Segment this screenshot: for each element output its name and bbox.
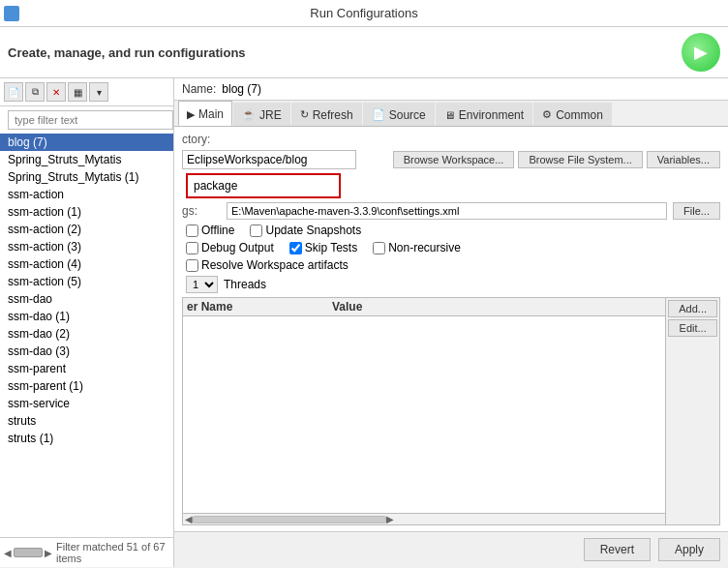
sidebar-item[interactable]: ssm-dao (3) [0, 343, 173, 360]
table-actions: Add... Edit... [665, 298, 719, 524]
source-tab-icon: 📄 [372, 108, 385, 121]
goals-value: package [194, 179, 237, 193]
sidebar-list: blog (7)Spring_Struts_MytatisSpring_Stru… [0, 134, 173, 537]
tab-jre[interactable]: ☕JRE [233, 103, 290, 126]
sidebar-item[interactable]: ssm-dao (1) [0, 308, 173, 325]
goals-input[interactable]: package [186, 173, 341, 198]
debug-output-checkbox-label[interactable]: Debug Output [186, 241, 274, 254]
directory-label: ctory: [182, 133, 210, 146]
update-snapshots-label: Update Snapshots [265, 224, 361, 237]
new-config-button[interactable]: 📄 [4, 82, 23, 102]
non-recursive-checkbox-label[interactable]: Non-recursive [373, 241, 461, 254]
directory-buttons: Browse Workspace... Browse File System..… [393, 151, 720, 168]
title-bar: Run Configurations [0, 0, 728, 27]
browse-filesystem-button[interactable]: Browse File System... [518, 151, 642, 168]
main-tab-label: Main [198, 107, 224, 121]
tabs-bar: ▶Main☕JRE↻Refresh📄Source🖥Environment⚙Com… [174, 101, 728, 127]
update-snapshots-checkbox[interactable] [250, 224, 262, 237]
tab-refresh[interactable]: ↻Refresh [291, 103, 362, 126]
goals-container: package [186, 173, 720, 198]
window-title: Run Configurations [310, 6, 417, 20]
sidebar-item[interactable]: ssm-action [0, 186, 173, 203]
scroll-thumb[interactable] [14, 548, 43, 557]
edit-button[interactable]: Edit... [668, 319, 717, 337]
settings-row: gs: File... [182, 202, 720, 220]
directory-value-row: EclipseWorkspace/blog Browse Workspace..… [182, 150, 720, 169]
header-bar: Create, manage, and run configurations ▶ [0, 27, 728, 78]
settings-path-input[interactable] [227, 202, 667, 220]
sidebar-item[interactable]: struts (1) [0, 430, 173, 447]
common-tab-label: Common [556, 108, 603, 122]
name-value: blog (7) [222, 82, 261, 96]
checkboxes-row3: Resolve Workspace artifacts [186, 258, 720, 272]
sidebar-item[interactable]: ssm-action (4) [0, 255, 173, 273]
variables-button[interactable]: Variables... [647, 151, 720, 168]
sidebar-item[interactable]: ssm-service [0, 395, 173, 412]
hscroll-thumb[interactable] [193, 516, 386, 523]
sidebar: 📄 ⧉ ✕ ▦ ▾ blog (7)Spring_Struts_MytatisS… [0, 78, 174, 567]
refresh-tab-label: Refresh [313, 108, 353, 122]
more-button[interactable]: ▾ [89, 82, 108, 102]
non-recursive-checkbox[interactable] [373, 242, 385, 254]
filter-button[interactable]: ▦ [68, 82, 87, 102]
filter-input[interactable] [8, 110, 173, 130]
resolve-workspace-checkbox[interactable] [186, 259, 198, 272]
directory-value: EclipseWorkspace/blog [182, 150, 356, 169]
threads-select[interactable]: 1 2 4 [186, 276, 218, 293]
offline-checkbox-label[interactable]: Offline [186, 224, 234, 237]
source-tab-label: Source [389, 108, 426, 122]
tab-source[interactable]: 📄Source [363, 103, 435, 126]
tab-environment[interactable]: 🖥Environment [436, 103, 532, 126]
sidebar-item[interactable]: ssm-action (2) [0, 221, 173, 238]
debug-output-checkbox[interactable] [186, 242, 198, 254]
revert-button[interactable]: Revert [584, 538, 651, 561]
skip-tests-checkbox[interactable] [289, 242, 302, 254]
run-icon[interactable]: ▶ [682, 33, 720, 72]
add-button[interactable]: Add... [668, 300, 717, 317]
sidebar-item[interactable]: ssm-action (3) [0, 238, 173, 255]
jre-tab-icon: ☕ [242, 108, 256, 121]
offline-checkbox[interactable] [186, 224, 198, 237]
settings-label: gs: [182, 204, 221, 218]
sidebar-item[interactable]: struts [0, 412, 173, 430]
sidebar-item[interactable]: Spring_Struts_Mytatis [0, 151, 173, 168]
resolve-workspace-label: Resolve Workspace artifacts [201, 258, 349, 272]
offline-label: Offline [201, 224, 234, 237]
skip-tests-checkbox-label[interactable]: Skip Tests [289, 241, 357, 254]
table-header: er Name Value [183, 298, 665, 316]
tab-common[interactable]: ⚙Common [533, 103, 612, 126]
browse-workspace-button[interactable]: Browse Workspace... [393, 151, 515, 168]
update-snapshots-checkbox-label[interactable]: Update Snapshots [250, 224, 361, 237]
jre-tab-label: JRE [259, 108, 282, 122]
non-recursive-label: Non-recursive [388, 241, 461, 254]
file-button[interactable]: File... [673, 202, 720, 220]
delete-button[interactable]: ✕ [46, 82, 66, 102]
tab-main[interactable]: ▶Main [178, 101, 232, 126]
sidebar-item[interactable]: ssm-dao (2) [0, 325, 173, 343]
checkboxes-row1: Offline Update Snapshots [186, 224, 720, 237]
table-col-name-header: er Name [187, 300, 332, 314]
skip-tests-label: Skip Tests [305, 241, 357, 254]
filter-count: Filter matched 51 of 67 items [56, 541, 169, 564]
debug-output-label: Debug Output [201, 241, 274, 254]
name-label: Name: [182, 82, 216, 96]
sidebar-item[interactable]: ssm-action (5) [0, 273, 173, 290]
duplicate-button[interactable]: ⧉ [25, 82, 45, 102]
sidebar-item[interactable]: Spring_Struts_Mytatis (1) [0, 168, 173, 186]
environment-tab-icon: 🖥 [444, 109, 455, 121]
sidebar-item[interactable]: ssm-parent [0, 360, 173, 377]
sidebar-scroll: ◀ ▶ [4, 548, 52, 558]
main-container: 📄 ⧉ ✕ ▦ ▾ blog (7)Spring_Struts_MytatisS… [0, 78, 728, 567]
resolve-workspace-checkbox-label[interactable]: Resolve Workspace artifacts [186, 258, 349, 272]
checkboxes-row2: Debug Output Skip Tests Non-recursive [186, 241, 720, 254]
sidebar-item[interactable]: ssm-action (1) [0, 203, 173, 221]
content-area: Name: blog (7) ▶Main☕JRE↻Refresh📄Source🖥… [174, 78, 728, 567]
main-tab-icon: ▶ [187, 108, 195, 121]
sidebar-item[interactable]: blog (7) [0, 134, 173, 151]
threads-label: Threads [224, 278, 266, 291]
sidebar-item[interactable]: ssm-parent (1) [0, 377, 173, 395]
apply-button[interactable]: Apply [658, 538, 720, 561]
table-wrapper: er Name Value ◀ ▶ Add... Edit... [182, 297, 720, 525]
content-panel: ctory: EclipseWorkspace/blog Browse Work… [174, 127, 728, 531]
sidebar-item[interactable]: ssm-dao [0, 290, 173, 308]
